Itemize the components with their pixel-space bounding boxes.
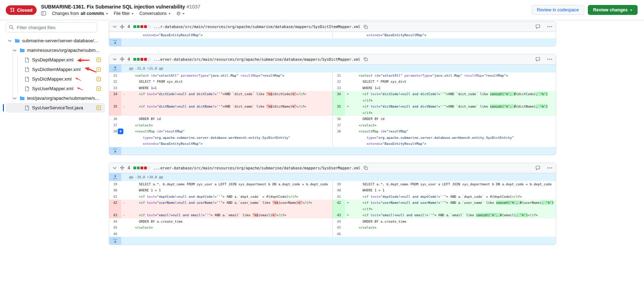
line-number[interactable]: 37	[333, 122, 345, 129]
line-number[interactable]: 31	[109, 72, 121, 79]
review-in-codespace-button[interactable]: Review in codespace	[532, 5, 584, 15]
diff-body: @@ -39,8 +39,8 @@39 SELECT a.*, b.dept_n…	[109, 173, 556, 245]
line-number[interactable]: 41	[109, 194, 121, 200]
tree-file-sysdictitemmapper-xml[interactable]: SysDictItemMapper.xml	[6, 65, 105, 74]
collapse-file-chevron-icon[interactable]	[113, 167, 117, 169]
diff-row: 32 SELECT * FROM sys_dict32 SELECT * FRO…	[109, 78, 556, 85]
line-number[interactable]: 36	[109, 116, 121, 122]
tree-folder-submarine-server-server-database-[interactable]: submarine-server/server-database/...	[6, 36, 105, 45]
hunk-header: @@ -31,8 +31,8 @@	[121, 65, 163, 72]
line-number[interactable]: 33	[109, 85, 121, 91]
tree-folder-test-java-org-apache-submarine-s-[interactable]: test/java/org/apache/submarine/s...	[6, 93, 105, 103]
diff-side-right: 37 </select>	[332, 122, 556, 129]
kebab-menu-icon[interactable]	[547, 26, 552, 27]
review-changes-button[interactable]: Review changes	[588, 5, 638, 15]
copy-path-icon[interactable]	[363, 25, 368, 29]
kebab-menu-icon[interactable]	[547, 59, 552, 60]
line-number[interactable]: 35	[333, 103, 345, 116]
line-number[interactable]	[109, 32, 121, 38]
file-filter-dropdown[interactable]: File filter	[114, 11, 134, 16]
drag-handle-icon[interactable]	[120, 165, 124, 170]
changes-count: 4	[128, 57, 130, 62]
line-number[interactable]: 42	[109, 200, 121, 212]
comment-icon[interactable]	[535, 57, 541, 62]
diff-side-left: 44 ORDER BY a.create_time	[109, 218, 332, 225]
expand-up-button[interactable]	[109, 65, 121, 72]
diff-settings-dropdown[interactable]: ⚙	[176, 11, 185, 16]
diff-marker	[121, 78, 127, 85]
diff-side-left: 32 SELECT * FROM sys_dict	[109, 78, 332, 85]
expand-row	[109, 38, 556, 46]
line-number[interactable]: 32	[109, 78, 121, 85]
line-number[interactable]: 45	[333, 224, 345, 231]
line-number[interactable]: 40	[333, 187, 345, 194]
copy-path-icon[interactable]	[363, 165, 368, 170]
diff-side-left: extends="BaseEntityResultMap">	[109, 32, 332, 38]
line-number[interactable]: 34	[333, 91, 345, 103]
line-number[interactable]: 46	[109, 231, 121, 237]
line-number[interactable]: 35	[109, 103, 121, 116]
line-number[interactable]: 39	[333, 181, 345, 187]
line-number[interactable]	[333, 32, 345, 38]
tree-item-label: SysDeptMapper.xml	[32, 57, 73, 62]
kebab-menu-icon[interactable]	[547, 167, 552, 169]
line-number[interactable]: 46	[333, 231, 345, 237]
expand-down-button[interactable]	[109, 147, 121, 155]
conversations-dropdown[interactable]: Conversations	[139, 11, 171, 16]
line-number[interactable]: 37	[109, 122, 121, 129]
file-filter-input[interactable]	[6, 22, 97, 32]
changes-from-dropdown[interactable]: Changes from all commits	[52, 11, 108, 16]
drag-handle-icon[interactable]	[120, 57, 124, 61]
line-number[interactable]: 43	[333, 212, 345, 218]
line-number[interactable]: 39	[109, 181, 121, 187]
folder-icon	[19, 48, 25, 53]
chevron-down-icon[interactable]	[12, 97, 17, 100]
collapse-file-chevron-icon[interactable]	[113, 58, 117, 61]
diff-side-right: 31 <select id="selectAll" parameterType=…	[332, 72, 556, 79]
tree-folder-main-resources-org-apache-subm-[interactable]: main/resources/org/apache/subm...	[6, 45, 105, 55]
collapse-file-chevron-icon[interactable]	[113, 25, 117, 28]
line-number[interactable]: 33	[333, 85, 345, 91]
diff-marker	[345, 116, 351, 122]
line-number[interactable]: 42	[333, 200, 345, 212]
annotation-arrow	[84, 66, 97, 73]
line-number[interactable]: 44	[333, 218, 345, 225]
chevron-down-icon	[182, 13, 185, 15]
diff-marker	[345, 181, 351, 187]
expand-down-button[interactable]	[109, 237, 121, 245]
add-comment-button[interactable]: +	[118, 129, 123, 134]
line-number[interactable]: 43	[109, 212, 121, 218]
line-number[interactable]: 36	[333, 116, 345, 122]
line-number[interactable]: 32	[333, 78, 345, 85]
code-line: ORDER BY a.create_time	[351, 218, 556, 225]
tree-file-sysdictmapper-xml[interactable]: SysDictMapper.xml	[6, 74, 105, 84]
diff-side-right: 35+ <if test="dictName!=null and dictNam…	[332, 103, 556, 116]
comment-icon[interactable]	[535, 24, 541, 29]
drag-handle-icon[interactable]	[120, 25, 124, 29]
tree-file-sysusermapper-xml[interactable]: SysUserMapper.xml	[6, 84, 105, 93]
code-line: <if test="dictName!=null and dictName!='…	[127, 103, 332, 116]
diff-row: 34- <if test="dictCode!=null and dictCod…	[109, 91, 556, 103]
diff-marker	[121, 85, 127, 91]
code-line: SELECT * FROM sys_dict	[351, 78, 556, 85]
chevron-down-icon[interactable]	[12, 49, 17, 52]
line-number[interactable]: 40	[109, 187, 121, 194]
tree-item-label: SysUserMapper.xml	[32, 86, 73, 91]
expand-down-button[interactable]	[109, 38, 121, 46]
tree-file-sysdeptmapper-xml[interactable]: SysDeptMapper.xml	[6, 55, 105, 65]
diff-row: 31 <select id="selectAll" parameterType=…	[109, 72, 556, 79]
diff-row: 37 </select>37 </select>	[109, 122, 556, 129]
comment-icon[interactable]	[535, 165, 541, 170]
chevron-down-icon[interactable]	[7, 39, 12, 42]
sidebar-toggle-icon[interactable]	[41, 11, 46, 16]
search-icon	[9, 25, 14, 30]
line-number[interactable]: 45	[109, 224, 121, 231]
line-number[interactable]: 44	[109, 218, 121, 225]
line-number[interactable]: 38	[333, 128, 345, 147]
line-number[interactable]: 34	[109, 91, 121, 103]
copy-path-icon[interactable]	[363, 57, 368, 61]
line-number[interactable]: 41	[333, 194, 345, 200]
expand-up-button[interactable]	[109, 173, 121, 181]
tree-file-sysuserservicetest-java[interactable]: SysUserServiceTest.java	[6, 103, 105, 113]
line-number[interactable]: 31	[333, 72, 345, 79]
